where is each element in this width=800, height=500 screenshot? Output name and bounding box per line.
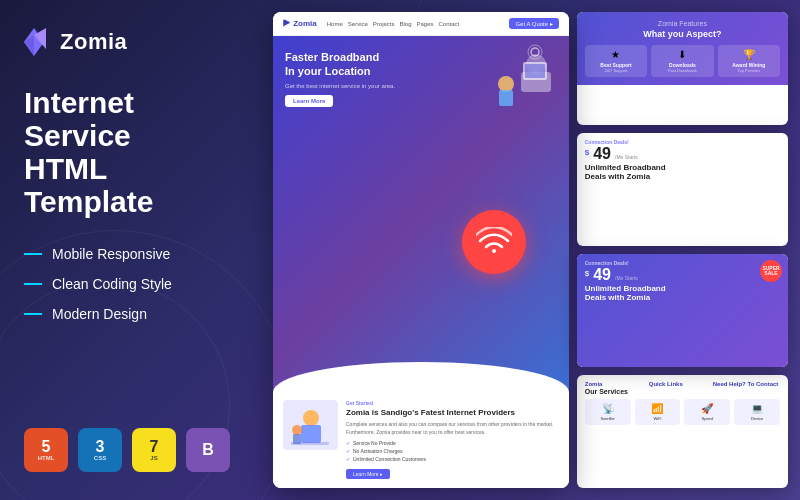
price-label-1: Connection Deals! bbox=[585, 139, 780, 145]
mock-sec2-image bbox=[283, 400, 338, 450]
mock-sec2-body: Complete services and also you can compa… bbox=[346, 421, 559, 436]
mock-sec2-label: Get Started bbox=[346, 400, 559, 406]
svg-rect-16 bbox=[291, 442, 329, 445]
features-card: Zomia Features What you Aspect? ★ Best S… bbox=[577, 12, 788, 125]
service-icons-row: 📡 Satellite 📶 WiFi 🚀 Speed 💻 Device bbox=[585, 399, 780, 425]
main-headline: Internet Service HTML Template bbox=[24, 86, 241, 218]
super-sale-badge: SUPER SALE bbox=[760, 260, 782, 282]
price-title-1: Unlimited BroadbandDeals with Zomia bbox=[585, 163, 780, 181]
logo-icon bbox=[24, 28, 52, 56]
svg-rect-8 bbox=[525, 64, 545, 78]
price-card-2: Connection Deals! $ 49 /Mo Starts Unlimi… bbox=[577, 254, 788, 367]
mock-nav-links: Home Service Projects Blog Pages Contact bbox=[327, 21, 459, 27]
mock-hero-wave bbox=[273, 362, 569, 392]
price-title-2: Unlimited BroadbandDeals with Zomia bbox=[585, 284, 780, 302]
wifi-badge bbox=[462, 210, 526, 274]
mock-sec2-content: Get Started Zomia is Sandigo's Fatest In… bbox=[346, 400, 559, 480]
feature-icon-award: 🏆 Award Wining Top Provider bbox=[718, 45, 780, 77]
mock-sec2-title: Zomia is Sandigo's Fatest Internet Provi… bbox=[346, 408, 559, 417]
feature-design-text: Modern Design bbox=[52, 306, 147, 322]
badge-js: 7 JS bbox=[132, 428, 176, 472]
mock-sec2-features: Service No Provide No Activation Charges… bbox=[346, 440, 559, 462]
svg-rect-6 bbox=[499, 90, 513, 106]
headline-line1: Internet Service bbox=[24, 86, 241, 152]
mock-logo: ⯈ Zomia bbox=[283, 19, 317, 28]
feature-icon-downloads: ⬇ Downloads Fast Downloads bbox=[651, 45, 713, 77]
feature-icon-support: ★ Best Support 24/7 Support bbox=[585, 45, 647, 77]
mock-learn-btn[interactable]: Learn More ▸ bbox=[346, 469, 390, 479]
price-label-2: Connection Deals! bbox=[585, 260, 780, 266]
feature-dash bbox=[24, 253, 42, 255]
mock-feature-1: Service No Provide bbox=[346, 440, 559, 446]
right-section: ⯈ Zomia Home Service Projects Blog Pages… bbox=[265, 0, 800, 500]
features-card-header: Zomia Features What you Aspect? ★ Best S… bbox=[577, 12, 788, 85]
price-card-2-content: Connection Deals! $ 49 /Mo Starts Unlimi… bbox=[577, 254, 788, 367]
logo[interactable]: Zomia bbox=[24, 28, 241, 56]
svg-point-12 bbox=[303, 410, 319, 426]
price-main-1: $ 49 /Mo Starts bbox=[585, 146, 780, 162]
feature-dash bbox=[24, 313, 42, 315]
features-card-title: What you Aspect? bbox=[585, 29, 780, 39]
feature-coding: Clean Coding Style bbox=[24, 276, 241, 292]
side-mockups: Zomia Features What you Aspect? ★ Best S… bbox=[577, 12, 788, 488]
services-card-content: Zomia Our Services Quick Links Need Help… bbox=[577, 375, 788, 431]
price-card-1: Connection Deals! $ 49 /Mo Starts Unlimi… bbox=[577, 133, 788, 246]
mock-navbar: ⯈ Zomia Home Service Projects Blog Pages… bbox=[273, 12, 569, 36]
feature-mobile-text: Mobile Responsive bbox=[52, 246, 170, 262]
price-card-1-wrap: Connection Deals! $ 49 /Mo Starts Unlimi… bbox=[577, 133, 788, 246]
svg-rect-13 bbox=[301, 425, 321, 443]
tech-badges: 5 HTML 3 CSS 7 JS B bbox=[24, 428, 230, 472]
features-card-items: ★ Best Support 24/7 Support ⬇ Downloads … bbox=[585, 45, 780, 77]
brand-name: Zomia bbox=[60, 29, 127, 55]
mock-feature-2: No Activation Charges bbox=[346, 448, 559, 454]
service-icon-2: 📶 WiFi bbox=[635, 399, 681, 425]
badge-css: 3 CSS bbox=[78, 428, 122, 472]
badge-html: 5 HTML bbox=[24, 428, 68, 472]
mock-hero-subtitle: Get the best internet service in your ar… bbox=[285, 83, 395, 89]
price-card-1-content: Connection Deals! $ 49 /Mo Starts Unlimi… bbox=[577, 133, 788, 187]
headline-line2: HTML Template bbox=[24, 152, 241, 218]
mock-section2-inner: Get Started Zomia is Sandigo's Fatest In… bbox=[283, 400, 559, 480]
feature-mobile: Mobile Responsive bbox=[24, 246, 241, 262]
wifi-icon bbox=[476, 227, 512, 257]
service-icon-4: 💻 Device bbox=[734, 399, 780, 425]
mock-hero-text: Faster BroadbandIn your Location Get the… bbox=[285, 50, 395, 107]
feature-list: Mobile Responsive Clean Coding Style Mod… bbox=[24, 246, 241, 322]
mock-hero: Faster BroadbandIn your Location Get the… bbox=[273, 36, 569, 392]
feature-design: Modern Design bbox=[24, 306, 241, 322]
price-amount-2: 49 bbox=[593, 267, 611, 283]
mock-feature-3: Unlimited Connection Customers bbox=[346, 456, 559, 462]
svg-point-14 bbox=[292, 425, 302, 435]
mock-hero-title: Faster BroadbandIn your Location bbox=[285, 50, 395, 79]
svg-point-5 bbox=[498, 76, 514, 92]
service-icon-3: 🚀 Speed bbox=[684, 399, 730, 425]
price-amount-1: 49 bbox=[593, 146, 611, 162]
left-panel: Zomia Internet Service HTML Template Mob… bbox=[0, 0, 265, 500]
services-bottom-title: Our Services bbox=[585, 388, 641, 395]
features-card-label: Zomia Features bbox=[585, 20, 780, 27]
services-bottom-label: Zomia bbox=[585, 381, 641, 387]
service-icon-1: 📡 Satellite bbox=[585, 399, 631, 425]
mock-section2: Get Started Zomia is Sandigo's Fatest In… bbox=[273, 392, 569, 488]
price-main-2: $ 49 /Mo Starts bbox=[585, 267, 780, 283]
mock-hero-illustration bbox=[481, 44, 561, 114]
services-card: Zomia Our Services Quick Links Need Help… bbox=[577, 375, 788, 488]
feature-dash bbox=[24, 283, 42, 285]
mock-hero-cta[interactable]: Learn More bbox=[285, 95, 333, 107]
mock-get-quote-btn[interactable]: Get A Quote ▸ bbox=[509, 18, 558, 29]
feature-coding-text: Clean Coding Style bbox=[52, 276, 172, 292]
badge-bootstrap: B bbox=[186, 428, 230, 472]
